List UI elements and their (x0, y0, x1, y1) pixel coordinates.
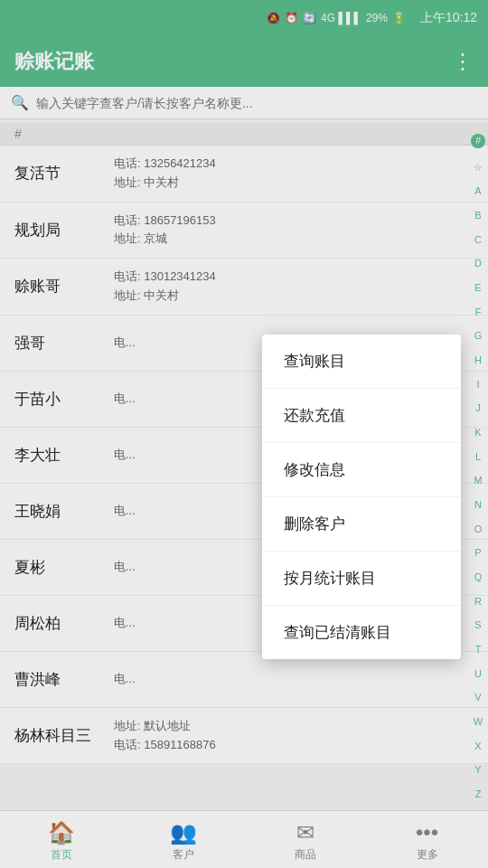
popup-edit-info[interactable]: 修改信息 (262, 443, 461, 497)
popup-query-settled[interactable]: 查询已结清账目 (262, 606, 461, 659)
popup-monthly-stats[interactable]: 按月统计账目 (262, 552, 461, 606)
popup-query-account[interactable]: 查询账目 (262, 335, 461, 389)
popup-delete-customer[interactable]: 删除客户 (262, 497, 461, 552)
popup-overlay[interactable]: 查询账目 还款充值 修改信息 删除客户 按月统计账目 查询已结清账目 (0, 0, 488, 868)
popup-repay-topup[interactable]: 还款充值 (262, 389, 461, 443)
popup-menu: 查询账目 还款充值 修改信息 删除客户 按月统计账目 查询已结清账目 (262, 335, 461, 659)
